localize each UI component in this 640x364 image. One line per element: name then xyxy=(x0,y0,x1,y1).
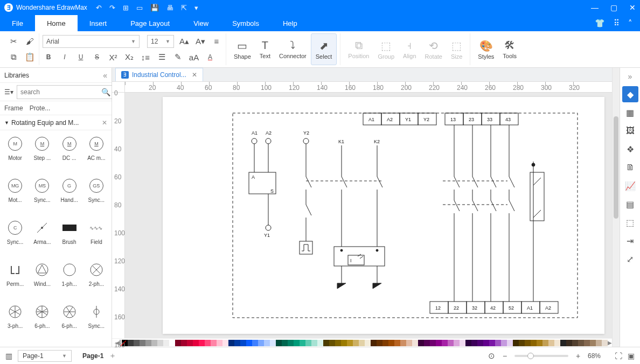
text-button[interactable]: TText xyxy=(255,33,275,65)
connector-button[interactable]: ⤵Connector xyxy=(275,33,311,65)
collapse-ribbon-icon[interactable]: ˄ xyxy=(628,18,632,28)
page-icon[interactable]: 🗎 xyxy=(622,159,638,176)
library-item[interactable]: GHand... xyxy=(57,177,82,216)
image-icon[interactable]: 🖼 xyxy=(622,123,638,139)
color-swatch[interactable] xyxy=(507,340,513,346)
search-icon[interactable]: 🔍 xyxy=(101,88,110,96)
table-icon[interactable]: ▤ xyxy=(622,196,638,212)
format-palette-icon[interactable]: ◆ xyxy=(622,86,638,102)
styles-button[interactable]: 🎨Styles xyxy=(474,33,498,65)
align-text-icon[interactable]: ≡ xyxy=(211,36,222,47)
color-swatch[interactable] xyxy=(288,340,294,346)
color-swatch[interactable] xyxy=(359,340,365,346)
pages-icon[interactable]: ▥ xyxy=(5,352,12,360)
color-swatch[interactable] xyxy=(388,340,394,346)
print-icon[interactable]: 🖶 xyxy=(166,4,173,12)
bold-icon[interactable]: B xyxy=(43,51,54,63)
library-item[interactable]: 6-ph... xyxy=(29,303,55,342)
bullets-icon[interactable]: ☰ xyxy=(156,51,168,63)
library-item[interactable]: MStep ... xyxy=(29,135,55,174)
color-swatch[interactable] xyxy=(270,340,276,346)
library-item[interactable]: MMotor xyxy=(2,135,28,174)
color-swatch[interactable] xyxy=(193,340,199,346)
tab-insert[interactable]: Insert xyxy=(78,15,119,31)
library-item[interactable]: MDC ... xyxy=(57,135,82,174)
lib-cat-frame[interactable]: Frame xyxy=(4,104,23,112)
color-swatch[interactable] xyxy=(317,340,323,346)
color-swatch[interactable] xyxy=(430,340,436,346)
grid-icon[interactable]: ▦ xyxy=(622,104,638,121)
color-swatch[interactable] xyxy=(406,340,412,346)
color-swatch[interactable] xyxy=(300,340,305,346)
rotate-button[interactable]: ⟲Rotate xyxy=(421,33,447,65)
tab-home[interactable]: Home xyxy=(35,15,78,31)
color-swatch[interactable] xyxy=(341,340,347,346)
copy-icon[interactable]: ⧉ xyxy=(8,51,19,63)
color-swatch[interactable] xyxy=(519,340,525,346)
fit-page-icon[interactable]: ⛶ xyxy=(615,352,622,360)
color-swatch[interactable] xyxy=(436,340,442,346)
color-swatch[interactable] xyxy=(442,340,448,346)
color-swatch[interactable] xyxy=(228,340,234,346)
play-icon[interactable]: ⊙ xyxy=(488,351,495,361)
maximize-icon[interactable]: ▢ xyxy=(610,3,617,12)
group-button[interactable]: ⬚Group xyxy=(373,33,399,65)
color-swatch[interactable] xyxy=(365,340,371,346)
color-swatch[interactable] xyxy=(305,340,311,346)
color-swatch[interactable] xyxy=(181,340,187,346)
tab-page-layout[interactable]: Page Layout xyxy=(119,15,182,31)
color-swatch[interactable] xyxy=(572,340,578,346)
highlight-icon[interactable]: ✎ xyxy=(172,51,184,63)
format-painter-icon[interactable]: 🖌 xyxy=(24,36,36,47)
size-button[interactable]: ⬚Size xyxy=(447,33,467,65)
color-swatch[interactable] xyxy=(537,340,542,346)
library-menu-icon[interactable]: ☰▾ xyxy=(4,88,13,96)
vertical-scrollbar[interactable] xyxy=(612,68,620,347)
chart-icon[interactable]: 📈 xyxy=(622,178,638,194)
color-swatch[interactable] xyxy=(252,340,258,346)
zoom-in-icon[interactable]: + xyxy=(574,352,582,360)
component-icon[interactable]: ⬚ xyxy=(622,214,638,230)
color-swatch[interactable] xyxy=(163,340,169,346)
color-swatch[interactable] xyxy=(560,340,566,346)
export-icon[interactable]: ⇱ xyxy=(181,4,187,12)
canvas-viewport[interactable]: A1A2Y1Y213233343 A1 A2 A S Y1 Y2 xyxy=(125,93,612,338)
color-swatch[interactable] xyxy=(264,340,270,346)
color-swatch[interactable] xyxy=(169,340,175,346)
color-swatch[interactable] xyxy=(584,340,590,346)
zoom-value[interactable]: 68% xyxy=(588,352,609,360)
color-swatch[interactable] xyxy=(495,340,501,346)
indent-icon[interactable]: ⇥ xyxy=(622,233,638,249)
color-swatch[interactable] xyxy=(465,340,471,346)
color-swatch[interactable] xyxy=(418,340,424,346)
shape-button[interactable]: ▭Shape xyxy=(229,33,255,65)
color-swatch[interactable] xyxy=(134,340,140,346)
color-swatch[interactable] xyxy=(590,340,596,346)
library-item[interactable]: Field xyxy=(84,219,109,258)
color-swatch[interactable] xyxy=(157,340,163,346)
zoom-knob[interactable] xyxy=(527,353,534,359)
color-swatch[interactable] xyxy=(400,340,406,346)
minimize-icon[interactable]: — xyxy=(591,3,599,12)
tab-file[interactable]: File xyxy=(0,15,35,31)
library-item[interactable]: Wind... xyxy=(29,261,55,300)
new-icon[interactable]: ⊞ xyxy=(123,4,129,12)
color-swatch[interactable] xyxy=(596,340,602,346)
color-swatch[interactable] xyxy=(548,340,554,346)
tab-symbols[interactable]: Symbols xyxy=(220,15,271,31)
open-icon[interactable]: ▭ xyxy=(136,4,143,12)
save-icon[interactable]: 💾 xyxy=(150,4,159,12)
color-swatch[interactable] xyxy=(371,340,377,346)
library-search-input[interactable] xyxy=(20,88,101,96)
zoom-out-icon[interactable]: − xyxy=(500,352,509,360)
close-icon[interactable]: ✕ xyxy=(629,3,636,12)
color-swatch[interactable] xyxy=(471,340,477,346)
position-button[interactable]: ⧉Position xyxy=(344,33,373,65)
library-item[interactable]: Sync... xyxy=(84,303,109,342)
library-item[interactable]: Perm... xyxy=(2,261,28,300)
scrollbar-thumb[interactable] xyxy=(614,116,618,219)
ruler-vertical[interactable]: 020406080100120140160180 xyxy=(112,93,125,338)
color-swatch[interactable] xyxy=(424,340,430,346)
color-swatch[interactable] xyxy=(335,340,341,346)
color-swatch[interactable] xyxy=(128,340,134,346)
